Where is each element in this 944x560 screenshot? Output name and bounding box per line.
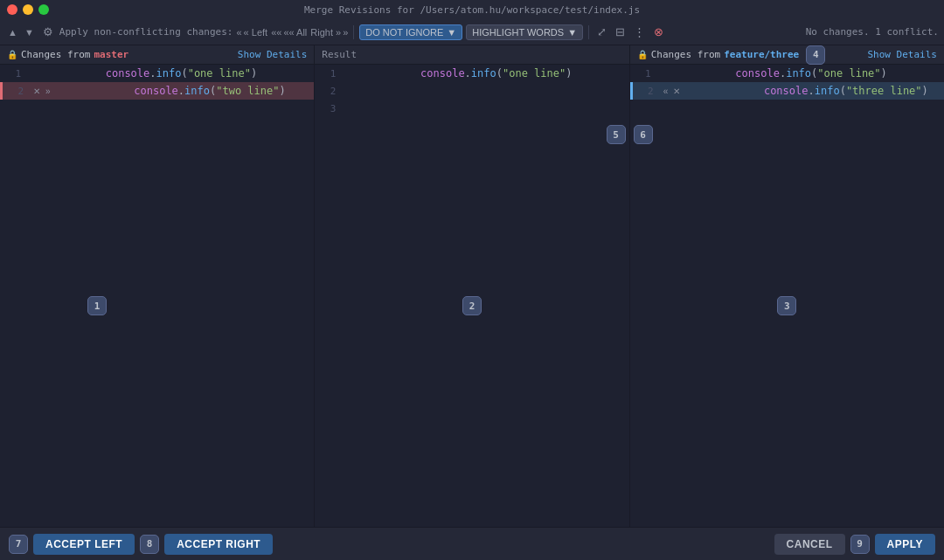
expand-icon[interactable]: ⤢ bbox=[594, 24, 609, 40]
toolbar: ▲ ▼ ⚙ Apply non-conflicting changes: « «… bbox=[0, 19, 944, 45]
result-line-1: 1 console.info("one line") bbox=[315, 65, 628, 82]
close-button[interactable] bbox=[7, 4, 17, 15]
bottom-bar: 7 ACCEPT LEFT 8 ACCEPT RIGHT CANCEL 9 AP… bbox=[0, 527, 944, 560]
right-line-num-2: 2 bbox=[633, 86, 659, 97]
left-line-num-2: 2 bbox=[3, 86, 29, 97]
right-pane-header: 🔒 Changes from feature/three 4 Show Deta… bbox=[630, 45, 944, 65]
result-pane: Result 1 console.info("one line") 2 3 bbox=[315, 45, 629, 527]
titlebar: Merge Revisions for /Users/atom.hu/works… bbox=[0, 0, 944, 19]
right-line-2-accept-left-btn[interactable]: « bbox=[662, 86, 670, 97]
collapse-icon[interactable]: ⊟ bbox=[613, 24, 628, 40]
result-pane-content: 1 console.info("one line") 2 3 5 2 bbox=[315, 65, 628, 527]
separator-2 bbox=[588, 25, 589, 39]
right-lock-icon: 🔒 bbox=[637, 50, 648, 59]
left-line-2-reject-btn[interactable]: ✕ bbox=[31, 86, 42, 97]
badge-1: 1 bbox=[87, 296, 107, 315]
apply-label: Apply non-conflicting changes: bbox=[59, 26, 233, 38]
diff-container: 🔒 Changes from master Show Details 1 con… bbox=[0, 45, 944, 527]
result-pane-header: Result bbox=[315, 45, 628, 65]
badge-6: 6 bbox=[634, 125, 653, 144]
left-pane-content: 1 console.info("one line") 2 ✕ » console… bbox=[0, 65, 314, 527]
apply-all-icon: «« bbox=[271, 27, 281, 38]
badge-9: 9 bbox=[850, 535, 870, 554]
separator-1 bbox=[353, 25, 354, 39]
left-pane: 🔒 Changes from master Show Details 1 con… bbox=[0, 45, 315, 527]
help-icon[interactable]: ⊗ bbox=[651, 24, 666, 40]
do-not-ignore-dropdown[interactable]: DO NOT IGNORE ▼ bbox=[359, 24, 462, 40]
left-line-num-1: 1 bbox=[0, 68, 26, 80]
accept-right-button[interactable]: ACCEPT RIGHT bbox=[164, 534, 273, 555]
result-code-lines: 1 console.info("one line") 2 3 bbox=[315, 65, 628, 117]
apply-right-icon: » bbox=[343, 27, 348, 38]
left-lock-icon: 🔒 bbox=[7, 50, 17, 59]
result-line-3: 3 bbox=[315, 100, 628, 117]
traffic-lights bbox=[7, 4, 49, 15]
result-line-2: 2 bbox=[315, 82, 628, 100]
left-changes-from-label: Changes from bbox=[21, 49, 90, 60]
left-pane-header: 🔒 Changes from master Show Details bbox=[0, 45, 314, 65]
right-branch-name: feature/three bbox=[724, 49, 799, 60]
dropdown-arrow-icon: ▼ bbox=[447, 27, 456, 38]
apply-left-button[interactable]: « « Left bbox=[236, 27, 267, 38]
apply-button[interactable]: APPLY bbox=[875, 534, 935, 555]
result-label: Result bbox=[322, 49, 357, 60]
result-line-num-1: 1 bbox=[315, 68, 341, 80]
settings-icon[interactable]: ⚙ bbox=[40, 24, 56, 40]
result-line-num-3: 3 bbox=[315, 103, 341, 114]
right-line-2-reject-btn[interactable]: ✕ bbox=[671, 86, 682, 97]
cancel-button[interactable]: CANCEL bbox=[774, 534, 845, 555]
apply-left-icon: « bbox=[236, 27, 241, 38]
badge-7: 7 bbox=[9, 535, 28, 554]
result-line-num-2: 2 bbox=[315, 86, 341, 97]
nav-up-button[interactable]: ▲ bbox=[5, 25, 20, 39]
maximize-button[interactable] bbox=[38, 4, 49, 15]
right-line-2: 2 « ✕ console.info("three line") bbox=[630, 82, 944, 100]
highlight-words-button[interactable]: HIGHLIGHT WORDS ▼ bbox=[466, 24, 583, 40]
left-line-2: 2 ✕ » console.info("two line") bbox=[0, 82, 314, 100]
right-line-2-actions: « ✕ bbox=[659, 86, 685, 97]
apply-right-button[interactable]: Right » » bbox=[310, 27, 348, 38]
badge-5: 5 bbox=[607, 125, 626, 144]
badge-2: 2 bbox=[462, 296, 482, 315]
right-line-content-2: console.info("three line") bbox=[684, 73, 944, 109]
apply-all-button[interactable]: «« «« All bbox=[271, 27, 307, 38]
left-line-content-2: console.info("two line") bbox=[55, 73, 315, 109]
left-line-2-actions: ✕ » bbox=[29, 86, 55, 97]
left-branch-name: master bbox=[94, 49, 128, 60]
right-pane-content: 1 console.info("one line") 2 « ✕ console… bbox=[630, 65, 944, 527]
no-changes-label: No changes. 1 conflict. bbox=[806, 26, 939, 38]
badge-3: 3 bbox=[777, 296, 796, 315]
right-show-details-link[interactable]: Show Details bbox=[868, 49, 937, 60]
nav-down-button[interactable]: ▼ bbox=[22, 25, 37, 39]
badge-4: 4 bbox=[806, 45, 825, 65]
highlight-arrow-icon: ▼ bbox=[567, 27, 577, 38]
nav-buttons: ▲ ▼ bbox=[5, 25, 37, 39]
more-options-icon[interactable]: ⋮ bbox=[631, 24, 648, 40]
accept-left-button[interactable]: ACCEPT LEFT bbox=[33, 534, 135, 555]
right-code-lines: 1 console.info("one line") 2 « ✕ console… bbox=[630, 65, 944, 100]
right-pane: 🔒 Changes from feature/three 4 Show Deta… bbox=[630, 45, 944, 527]
right-line-num-1: 1 bbox=[630, 68, 656, 80]
left-show-details-link[interactable]: Show Details bbox=[238, 49, 307, 60]
left-code-lines: 1 console.info("one line") 2 ✕ » console… bbox=[0, 65, 314, 100]
right-changes-from-label: Changes from bbox=[651, 49, 720, 60]
left-line-2-accept-btn[interactable]: » bbox=[44, 86, 52, 97]
badge-8: 8 bbox=[140, 535, 159, 554]
window-title: Merge Revisions for /Users/atom.hu/works… bbox=[304, 4, 640, 16]
minimize-button[interactable] bbox=[23, 4, 33, 15]
